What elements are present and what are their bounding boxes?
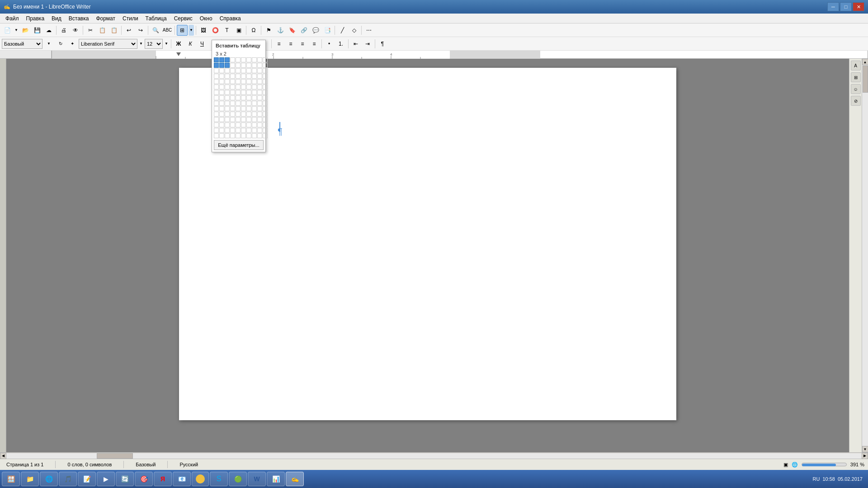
grid-cell[interactable] xyxy=(230,117,235,122)
grid-cell[interactable] xyxy=(252,57,257,62)
grid-cell[interactable] xyxy=(219,63,224,68)
taskbar-update[interactable]: 🔄 xyxy=(116,472,134,486)
grid-cell[interactable] xyxy=(214,68,219,73)
grid-cell[interactable] xyxy=(236,112,241,117)
grid-cell[interactable] xyxy=(236,95,241,100)
undo-button[interactable]: ↩ xyxy=(123,25,134,36)
print-button[interactable]: 🖨 xyxy=(58,25,69,36)
grid-cell[interactable] xyxy=(225,63,230,68)
grid-cell[interactable] xyxy=(219,117,224,122)
scroll-track[interactable] xyxy=(862,65,868,446)
grid-cell[interactable] xyxy=(263,112,268,117)
grid-cell[interactable] xyxy=(219,101,224,106)
grid-cell[interactable] xyxy=(214,63,219,68)
grid-cell[interactable] xyxy=(246,112,251,117)
bold-button[interactable]: Ж xyxy=(173,38,184,49)
grid-cell[interactable] xyxy=(214,117,219,122)
paragraph-button[interactable]: ¶ xyxy=(377,38,388,49)
bullets-button[interactable]: • xyxy=(324,38,335,49)
indent-more-button[interactable]: ⇥ xyxy=(362,38,373,49)
table-dropdown-button[interactable]: ▼ xyxy=(189,25,194,36)
grid-cell[interactable] xyxy=(219,90,224,95)
grid-cell[interactable] xyxy=(236,68,241,73)
grid-cell[interactable] xyxy=(252,101,257,106)
field-button[interactable]: ⚑ xyxy=(263,25,274,36)
grid-cell[interactable] xyxy=(225,101,230,106)
grid-cell[interactable] xyxy=(252,79,257,84)
right-panel-btn-4[interactable]: ⊘ xyxy=(851,96,861,106)
grid-cell[interactable] xyxy=(263,95,268,100)
grid-cell[interactable] xyxy=(219,128,224,133)
frame-button[interactable]: ▣ xyxy=(233,25,244,36)
header-button[interactable]: 📑 xyxy=(322,25,333,36)
grid-cell[interactable] xyxy=(236,74,241,79)
grid-cell[interactable] xyxy=(219,95,224,100)
shapes-button[interactable]: ⭕ xyxy=(210,25,221,36)
grid-cell[interactable] xyxy=(236,57,241,62)
grid-cell[interactable] xyxy=(246,63,251,68)
grid-cell[interactable] xyxy=(225,112,230,117)
style-update-button[interactable]: ↻ xyxy=(55,38,66,49)
new-dropdown-button[interactable]: ▼ xyxy=(14,25,19,36)
grid-cell[interactable] xyxy=(214,128,219,133)
grid-cell[interactable] xyxy=(219,57,224,62)
grid-cell[interactable] xyxy=(241,133,246,138)
font-dropdown-button[interactable]: ▼ xyxy=(138,38,144,49)
scroll-up-button[interactable]: ▲ xyxy=(862,59,868,65)
grid-cell[interactable] xyxy=(241,79,246,84)
grid-cell[interactable] xyxy=(257,68,262,73)
grid-cell[interactable] xyxy=(252,68,257,73)
hscroll-track[interactable] xyxy=(6,453,862,459)
grid-cell[interactable] xyxy=(257,128,262,133)
grid-cell[interactable] xyxy=(246,95,251,100)
copy-button[interactable]: 📋 xyxy=(97,25,108,36)
grid-cell[interactable] xyxy=(230,79,235,84)
grid-cell[interactable] xyxy=(263,63,268,68)
document-canvas[interactable]: ¶ xyxy=(6,59,849,452)
grid-cell[interactable] xyxy=(225,74,230,79)
grid-cell[interactable] xyxy=(230,95,235,100)
grid-cell[interactable] xyxy=(257,122,262,127)
start-button[interactable]: 🪟 xyxy=(2,472,20,486)
grid-cell[interactable] xyxy=(241,122,246,127)
grid-cell[interactable] xyxy=(263,90,268,95)
grid-cell[interactable] xyxy=(241,106,246,111)
grid-cell[interactable] xyxy=(252,90,257,95)
grid-cell[interactable] xyxy=(236,133,241,138)
scroll-right-button[interactable]: ▶ xyxy=(862,453,868,459)
grid-cell[interactable] xyxy=(252,95,257,100)
new-button[interactable]: 📄 xyxy=(2,25,13,36)
grid-cell[interactable] xyxy=(214,106,219,111)
menu-tools[interactable]: Сервис xyxy=(170,14,196,23)
grid-cell[interactable] xyxy=(241,112,246,117)
italic-button[interactable]: К xyxy=(185,38,196,49)
grid-cell[interactable] xyxy=(236,79,241,84)
spellcheck-button[interactable]: ABC xyxy=(162,25,173,36)
align-center-button[interactable]: ≡ xyxy=(285,38,296,49)
grid-cell[interactable] xyxy=(225,133,230,138)
grid-cell[interactable] xyxy=(230,133,235,138)
grid-cell[interactable] xyxy=(252,112,257,117)
minimize-button[interactable]: ─ xyxy=(827,2,839,11)
grid-cell[interactable] xyxy=(257,57,262,62)
more-params-button[interactable]: Ещё параметры... xyxy=(214,140,264,150)
grid-cell[interactable] xyxy=(246,117,251,122)
taskbar-media[interactable]: 🎵 xyxy=(59,472,77,486)
menu-window[interactable]: Окно xyxy=(196,14,216,23)
grid-cell[interactable] xyxy=(230,74,235,79)
scroll-thumb[interactable] xyxy=(863,66,868,93)
indent-less-button[interactable]: ⇤ xyxy=(350,38,361,49)
right-panel-btn-3[interactable]: ☺ xyxy=(851,84,861,94)
menu-help[interactable]: Справка xyxy=(216,14,245,23)
grid-cell[interactable] xyxy=(263,57,268,62)
grid-cell[interactable] xyxy=(257,95,262,100)
grid-cell[interactable] xyxy=(263,84,268,89)
zoom-slider[interactable] xyxy=(802,463,847,466)
horizontal-scrollbar[interactable]: ◀ ▶ xyxy=(0,452,868,459)
view-web-icon[interactable]: 🌐 xyxy=(792,462,798,468)
grid-cell[interactable] xyxy=(225,95,230,100)
grid-cell[interactable] xyxy=(214,95,219,100)
view-normal-icon[interactable]: ▣ xyxy=(783,462,788,468)
open-button[interactable]: 📂 xyxy=(20,25,31,36)
grid-cell[interactable] xyxy=(225,128,230,133)
